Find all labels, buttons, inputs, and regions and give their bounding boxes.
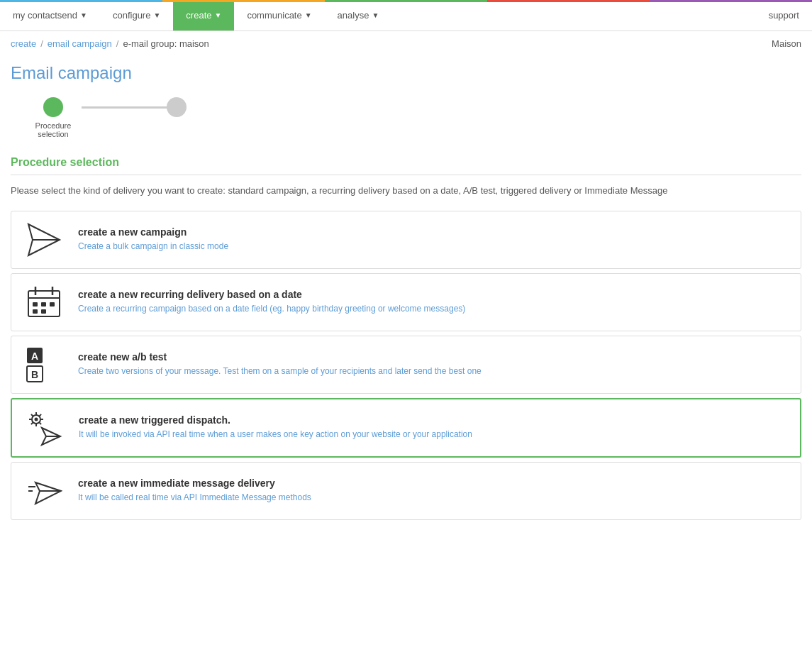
option-immediate-message[interactable]: create a new immediate message delivery … — [11, 462, 801, 520]
nav-analyse[interactable]: analyse ▼ — [325, 0, 392, 31]
svg-marker-29 — [35, 482, 61, 504]
description-text: Please select the kind of delivery you w… — [11, 184, 801, 198]
nav-support-label: support — [769, 10, 799, 21]
option-ab-test-desc: Create two versions of your message. Tes… — [78, 365, 482, 377]
nav-configure-arrow: ▼ — [153, 11, 160, 19]
nav-create-arrow: ▼ — [214, 11, 221, 19]
breadcrumb-user: Maison — [772, 38, 801, 49]
option-immediate-message-title: create a new immediate message delivery — [78, 477, 311, 489]
option-new-campaign[interactable]: create a new campaign Create a bulk camp… — [11, 211, 801, 269]
svg-line-23 — [39, 414, 41, 416]
option-triggered-dispatch-title: create a new triggered dispatch. — [79, 414, 472, 426]
step-2-circle — [167, 97, 187, 117]
nav-create[interactable]: create ▼ — [173, 0, 234, 31]
option-ab-test-text: create new a/b test Create two versions … — [78, 351, 482, 377]
trigger-icon — [23, 409, 66, 446]
option-recurring-delivery-title: create a new recurring delivery based on… — [78, 289, 465, 300]
svg-text:B: B — [31, 369, 38, 380]
svg-rect-7 — [41, 302, 46, 307]
svg-rect-8 — [50, 302, 55, 307]
option-ab-test[interactable]: A B create new a/b test Create two versi… — [11, 336, 801, 394]
breadcrumb-sep-1: / — [40, 38, 43, 49]
svg-line-24 — [31, 422, 33, 424]
page-content: Email campaign Procedure selection Proce… — [0, 56, 812, 546]
breadcrumb-sep-2: / — [116, 38, 119, 49]
nav-communicate-label: communicate — [247, 10, 301, 21]
svg-rect-9 — [33, 309, 38, 314]
nav-configure-label: configure — [113, 10, 150, 21]
paper-plane-icon — [23, 221, 65, 258]
breadcrumb-create[interactable]: create — [11, 38, 36, 49]
nav-communicate-arrow: ▼ — [305, 11, 312, 19]
option-triggered-dispatch-desc: It will be invoked via API real time whe… — [79, 429, 472, 441]
immediate-icon — [23, 473, 65, 509]
svg-point-16 — [35, 417, 38, 421]
nav-my-contactsend-label: my contactsend — [13, 10, 77, 21]
page-title: Email campaign — [11, 63, 801, 83]
option-new-campaign-desc: Create a bulk campaign in classic mode — [78, 241, 228, 253]
option-new-campaign-text: create a new campaign Create a bulk camp… — [78, 226, 228, 253]
nav-analyse-label: analyse — [338, 10, 369, 21]
svg-line-21 — [31, 414, 33, 416]
nav-analyse-arrow: ▼ — [372, 11, 379, 19]
breadcrumb-current: e-mail group: maison — [123, 38, 208, 49]
option-new-campaign-title: create a new campaign — [78, 226, 228, 238]
step-1: Procedure selection — [25, 97, 82, 138]
calendar-icon — [23, 284, 65, 321]
step-connector — [82, 106, 167, 109]
nav-spacer — [391, 0, 755, 31]
nav-communicate[interactable]: communicate ▼ — [234, 0, 324, 31]
top-navigation: my contactsend ▼ configure ▼ create ▼ co… — [0, 0, 812, 31]
nav-support: support — [756, 0, 812, 31]
step-1-label: Procedure selection — [25, 121, 82, 138]
step-1-circle — [43, 97, 63, 117]
svg-rect-6 — [33, 302, 38, 307]
breadcrumb-email-campaign[interactable]: email campaign — [48, 38, 112, 49]
svg-rect-10 — [41, 309, 46, 314]
option-ab-test-title: create new a/b test — [78, 351, 482, 363]
stepper: Procedure selection — [11, 97, 801, 138]
svg-text:A: A — [31, 350, 38, 362]
option-triggered-dispatch-text: create a new triggered dispatch. It will… — [79, 414, 472, 441]
section-title: Procedure selection — [11, 156, 801, 175]
step-2 — [167, 97, 187, 121]
option-immediate-message-text: create a new immediate message delivery … — [78, 477, 311, 504]
option-triggered-dispatch[interactable]: create a new triggered dispatch. It will… — [11, 398, 801, 458]
nav-my-contactsend-arrow: ▼ — [80, 11, 87, 19]
nav-my-contactsend[interactable]: my contactsend ▼ — [0, 0, 100, 31]
nav-create-label: create — [186, 10, 211, 21]
option-recurring-delivery-text: create a new recurring delivery based on… — [78, 289, 465, 315]
ab-icon: A B — [23, 346, 65, 383]
option-immediate-message-desc: It will be called real time via API Imme… — [78, 492, 311, 504]
option-recurring-delivery-desc: Create a recurring campaign based on a d… — [78, 303, 465, 315]
breadcrumb: create / email campaign / e-mail group: … — [0, 31, 812, 56]
nav-configure[interactable]: configure ▼ — [100, 0, 173, 31]
option-recurring-delivery[interactable]: create a new recurring delivery based on… — [11, 273, 801, 331]
svg-line-22 — [39, 422, 41, 424]
